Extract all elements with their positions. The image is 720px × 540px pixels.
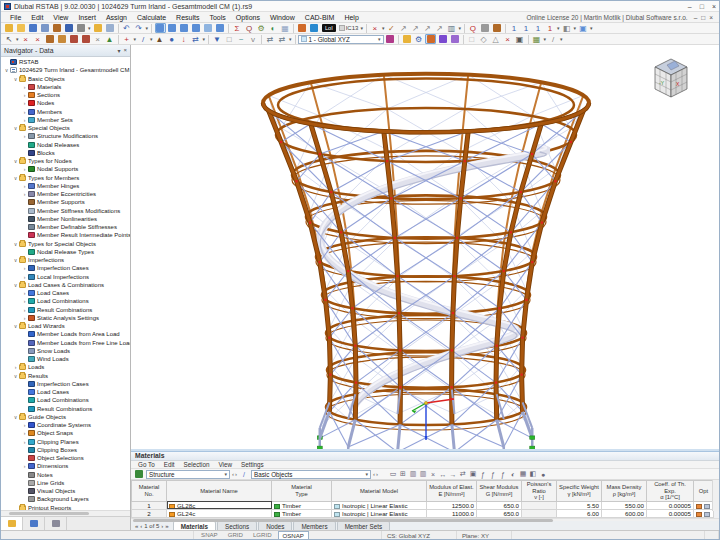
status-work-plane[interactable]: Plane: XY [457, 531, 512, 539]
tree-expander[interactable]: ∨ [12, 373, 19, 379]
tree-item-load-cases[interactable]: ›Load Cases [1, 289, 130, 297]
new-load-button[interactable]: ↓ [178, 34, 189, 44]
rotate-2-button[interactable] [80, 34, 91, 44]
tree-expander[interactable]: ∨ [12, 323, 19, 329]
table-tab-members[interactable]: Members [293, 521, 335, 530]
filter-button[interactable]: ▼ [212, 34, 223, 44]
col-header-mass-density[interactable]: Mass Densityρ [kg/m³] [602, 481, 647, 502]
render-wireframe-button[interactable] [297, 23, 308, 33]
globe-button[interactable]: ◐ [268, 23, 279, 33]
table-menu-edit[interactable]: Edit [160, 461, 179, 468]
cell-material-no[interactable]: 2 [132, 509, 167, 517]
tree-item-types-for-nodes[interactable]: ∨Types for Nodes [1, 157, 130, 165]
table-tool-3[interactable]: ▥ [418, 469, 428, 479]
table-tool-13[interactable]: ▦ [518, 469, 528, 479]
tree-item-clipping-planes[interactable]: ›Clipping Planes [1, 438, 130, 446]
tree-item-basic-objects[interactable]: ∨Basic Objects [1, 75, 130, 83]
tree-item-visual-objects[interactable]: Visual Objects [1, 487, 130, 495]
table-tool-9[interactable]: ƒ [478, 469, 488, 479]
clipping-button[interactable]: □ [224, 34, 235, 44]
hook-tool-button[interactable]: ✓ [386, 23, 397, 33]
edit-icon[interactable] [704, 512, 710, 517]
camera-button[interactable]: ▣ [514, 34, 525, 44]
table-vscrollbar[interactable] [712, 480, 719, 511]
table-tool-12[interactable]: ◐ [508, 469, 518, 479]
structure-next-button[interactable]: › [235, 471, 237, 477]
modify-2-button[interactable] [56, 34, 67, 44]
open-project-button[interactable] [28, 23, 39, 33]
cell-thermal-coeff[interactable]: 0.00005 [647, 509, 694, 517]
tree-item-special-objects[interactable]: ∨Special Objects [1, 124, 130, 132]
node-caret[interactable]: ▾ [134, 36, 137, 42]
image-tools-button[interactable]: ▦ [531, 34, 542, 44]
tree-item-member-definable-stiffnesses[interactable]: Member Definable Stiffnesses [1, 223, 130, 231]
tree-expander[interactable]: › [21, 298, 28, 304]
col-header-specific-weight[interactable]: Specific Weightγ [kN/m³] [557, 481, 602, 502]
tree-item-blocks[interactable]: Blocks [1, 149, 130, 157]
doc-restore-button[interactable]: □ [701, 14, 705, 21]
report-button[interactable] [491, 23, 502, 33]
new-support-button[interactable]: ▲ [154, 34, 165, 44]
tree-expander[interactable]: › [21, 117, 28, 123]
new-hinge-button[interactable]: ● [166, 34, 177, 44]
tree-item-types-for-special-objects[interactable]: ∨Types for Special Objects [1, 240, 130, 248]
tree-expander[interactable]: › [21, 430, 28, 436]
maximize-button[interactable]: □ [700, 3, 704, 10]
tree-item-coordinate-systems[interactable]: ›Coordinate Systems [1, 421, 130, 429]
sel-mode-2-button[interactable]: ⇄ [277, 34, 288, 44]
user-view-button[interactable] [384, 34, 395, 44]
view-x-button[interactable]: 1 [508, 23, 519, 33]
print-caret[interactable]: ▾ [88, 25, 91, 31]
table-caret[interactable]: ▾ [458, 25, 461, 31]
tree-item-results[interactable]: ∨Results [1, 372, 130, 380]
menu-insert[interactable]: Insert [73, 14, 101, 21]
table-menu-view[interactable]: View [214, 461, 236, 468]
tree-item-member-stiffness-modifications[interactable]: Member Stiffness Modifications [1, 207, 130, 215]
cell-material-model[interactable]: Isotropic | Linear Elastic [332, 501, 427, 509]
tree-item-load-combinations[interactable]: Load Combinations [1, 396, 130, 404]
option-icon[interactable] [696, 504, 702, 509]
tree-item-result-combinations[interactable]: ›Result Combinations [1, 306, 130, 314]
col-header-coeff-of-th-exp[interactable]: Coeff. of Th. Exp.α [1/°C] [647, 481, 694, 502]
sel-mode-caret[interactable]: ▾ [289, 36, 292, 42]
calculate-button[interactable]: Σ [232, 23, 243, 33]
tree-item-sections[interactable]: ›Sections [1, 91, 130, 99]
selection-caret[interactable]: ▾ [382, 25, 385, 31]
cube-caret[interactable]: ▾ [590, 25, 593, 31]
navigator-pin-icon[interactable]: ▾ [117, 47, 120, 54]
tree-expander[interactable]: ∨ [12, 175, 19, 181]
tree-expander[interactable]: › [21, 100, 28, 106]
table-tool-4[interactable]: × [428, 469, 438, 479]
last-record-button[interactable]: » [165, 523, 168, 529]
first-record-button[interactable]: « [135, 523, 138, 529]
tree-item-materials[interactable]: ›Materials [1, 83, 130, 91]
menu-window[interactable]: Window [265, 14, 300, 21]
redo-button[interactable]: ↷ [133, 23, 144, 33]
ic13-caret[interactable]: ▾ [360, 25, 363, 31]
tree-expander[interactable]: › [21, 290, 28, 296]
tree-item-rstab[interactable]: RSTAB [1, 58, 130, 66]
table-tool-15[interactable]: ● [538, 469, 548, 479]
tree-expander[interactable]: › [21, 183, 28, 189]
pointer-button[interactable]: ↖ [4, 34, 15, 44]
nav-tab-display[interactable] [23, 517, 45, 530]
cell-material-type[interactable]: Timber [272, 509, 332, 517]
guide-caret[interactable]: ▾ [560, 36, 563, 42]
window-isometric-button[interactable] [203, 23, 214, 33]
settings-gear-button[interactable]: ⚙ [256, 23, 267, 33]
ic13-selector[interactable]: IC13 [339, 25, 359, 31]
table-tab-materials[interactable]: Materials [173, 521, 216, 530]
load-2-button[interactable]: ⇄ [190, 34, 201, 44]
category-prev-button[interactable]: ‹ [373, 471, 375, 477]
pointer-caret[interactable]: ▾ [16, 36, 19, 42]
toggle-osnap[interactable]: OSNAP [278, 531, 309, 540]
tree-item-imperfection-cases[interactable]: ›Imperfection Cases [1, 264, 130, 272]
category-next-button[interactable]: › [376, 471, 378, 477]
table-tool-10[interactable]: ƒ [488, 469, 498, 479]
printer-2-button[interactable] [479, 23, 490, 33]
guide-tools-button[interactable]: / [548, 34, 559, 44]
tree-item-nodal-release-types[interactable]: Nodal Release Types [1, 248, 130, 256]
table-hscrollbar[interactable] [131, 518, 719, 521]
tree-item-line-grids[interactable]: Line Grids [1, 479, 130, 487]
new-member-button[interactable]: / [138, 34, 149, 44]
